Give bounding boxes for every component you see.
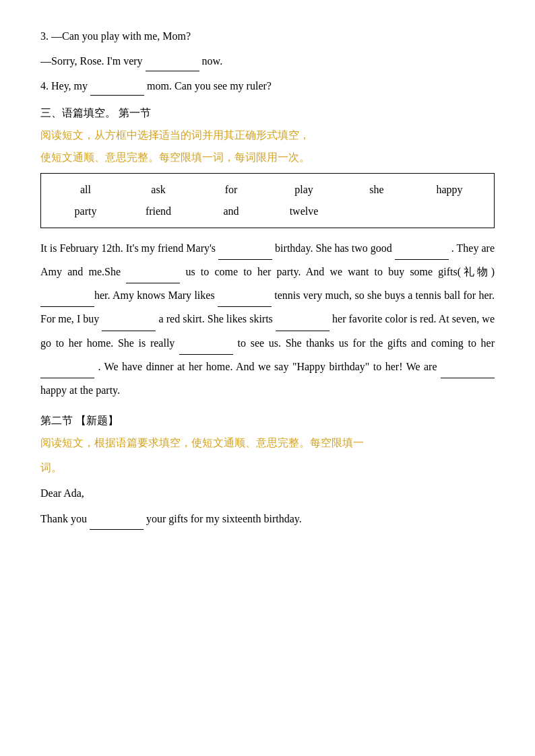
blank-party	[40, 366, 94, 378]
blank-ask	[126, 271, 180, 283]
word-all: all	[49, 179, 122, 201]
word-play: play	[268, 179, 340, 201]
q4-label: 4.	[40, 80, 49, 92]
letter-thank-you: Thank you	[40, 513, 87, 524]
question-4: 4. Hey, my mom. Can you see my ruler?	[40, 77, 495, 96]
q3-line1: —Can you play with me, Mom?	[51, 30, 191, 42]
section-2-title: 第二节 【新题】	[40, 411, 495, 431]
q4-blank	[90, 83, 144, 96]
word-she: she	[340, 179, 413, 201]
word-happy: happy	[413, 179, 486, 201]
passage-line5-end: a red skirt. She likes skirts	[156, 313, 275, 324]
blank-birthday	[218, 248, 272, 260]
blank-and2	[276, 319, 329, 331]
blank-and	[102, 319, 156, 331]
word-and: and	[195, 201, 268, 222]
instruction-line1: 阅读短文，从方框中选择适当的词并用其正确形式填空，	[40, 126, 495, 145]
q3-line2-end: now.	[202, 55, 223, 67]
passage-line2-end: us to come to her party. And we want to …	[180, 266, 495, 277]
letter-line1-end: your gifts for my sixteenth birthday.	[146, 513, 302, 524]
word-empty1	[340, 201, 413, 222]
question-3: 3. —Can you play with me, Mom? —Sorry, R…	[40, 27, 495, 71]
passage-line8-end: . We have dinner at her home. And we say…	[94, 361, 441, 372]
word-party: party	[49, 201, 122, 222]
blank-all	[441, 366, 495, 378]
word-box-row2: party friend and twelve	[49, 201, 486, 222]
blank-friend	[395, 248, 449, 260]
sub-instruction-line1: 阅读短文，根据语篇要求填空，使短文通顺、意思完整。每空限填一	[40, 434, 495, 453]
passage-line1-end: birthday. She has two good	[272, 242, 395, 254]
word-empty2	[413, 201, 486, 222]
word-ask: ask	[122, 179, 195, 201]
instruction-block: 阅读短文，从方框中选择适当的词并用其正确形式填空， 使短文通顺、意思完整。每空限…	[40, 126, 495, 168]
q4-text: Hey, my	[51, 80, 90, 92]
q4-end: mom. Can you see my ruler?	[147, 80, 272, 92]
passage-line1-start: It is February 12th. It's my friend Mary…	[40, 242, 218, 254]
blank-for	[40, 295, 94, 307]
letter-greeting: Dear Ada,	[40, 483, 495, 504]
word-twelve: twelve	[268, 201, 340, 222]
sub-instruction-line2: 词。	[40, 458, 495, 478]
blank-play	[218, 295, 272, 307]
letter-blank	[90, 518, 144, 530]
passage-line7-end: to see us. She thanks us for the gifts a…	[233, 337, 495, 349]
passage-line9-end: happy at the party.	[40, 384, 120, 396]
blank-happy	[179, 343, 233, 355]
q3-blank	[146, 59, 199, 71]
passage-block: It is February 12th. It's my friend Mary…	[40, 236, 495, 402]
word-for: for	[195, 179, 268, 201]
q3-label: 3.	[40, 30, 49, 42]
section-3-title: 三、语篇填空。 第一节	[40, 104, 495, 123]
letter-line1: Thank you your gifts for my sixteenth bi…	[40, 508, 495, 530]
passage-line3-end: her. Amy knows Mary likes	[94, 289, 218, 301]
letter-block: Dear Ada, Thank you your gifts for my si…	[40, 483, 495, 530]
word-friend: friend	[122, 201, 195, 222]
section-2-instruction: 阅读短文，根据语篇要求填空，使短文通顺、意思完整。每空限填一 词。	[40, 434, 495, 478]
word-box: all ask for play she happy party friend …	[40, 173, 495, 228]
q3-line2-text: —Sorry, Rose. I'm very	[40, 55, 143, 67]
word-box-row1: all ask for play she happy	[49, 179, 486, 201]
instruction-line2: 使短文通顺、意思完整。每空限填一词，每词限用一次。	[40, 148, 495, 168]
